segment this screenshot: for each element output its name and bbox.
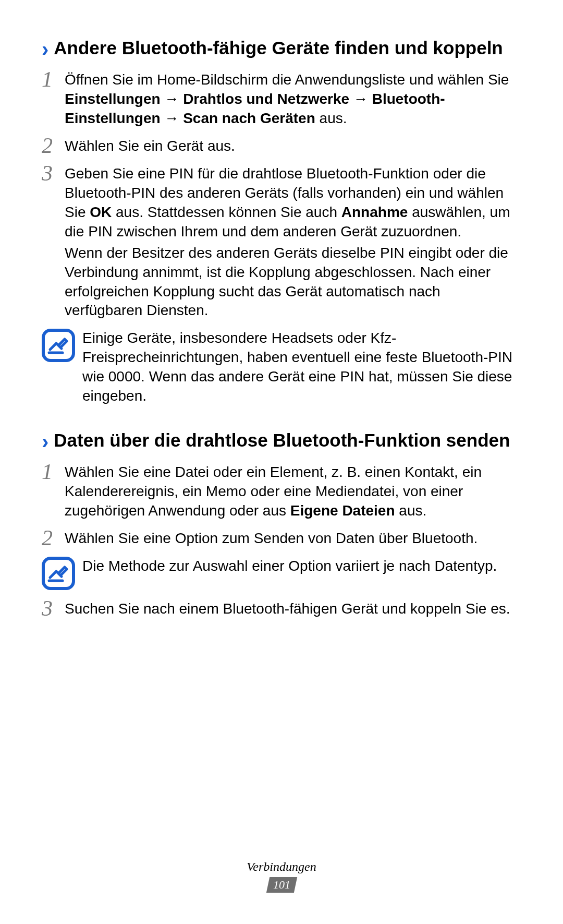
- bold-text: Scan nach Geräten: [183, 110, 315, 126]
- bold-text: Eigene Dateien: [290, 502, 395, 519]
- step-1-3: 3 Geben Sie eine PIN für die drahtlose B…: [42, 164, 521, 323]
- step-2-3: 3 Suchen Sie nach einem Bluetooth-fähige…: [42, 599, 521, 621]
- step-number: 1: [42, 68, 65, 90]
- chevron-icon: ›: [42, 38, 48, 61]
- step-number: 2: [42, 527, 65, 549]
- step-1-2: 2 Wählen Sie ein Gerät aus.: [42, 137, 521, 158]
- text: Öffnen Sie im Home-Bildschirm die Anwend…: [65, 71, 509, 88]
- note-text: Einige Geräte, insbesondere Headsets ode…: [82, 329, 521, 406]
- text: Suchen Sie nach einem Bluetooth-fähigen …: [65, 599, 521, 619]
- note-text: Die Methode zur Auswahl einer Option var…: [82, 557, 521, 576]
- manual-page: › Andere Bluetooth-fähige Geräte finden …: [0, 0, 563, 621]
- heading-text-1: Andere Bluetooth-fähige Geräte finden un…: [54, 37, 503, 59]
- page-footer: Verbindungen 101: [0, 860, 563, 893]
- chevron-icon: ›: [42, 430, 48, 453]
- bold-text: Drahtlos und Netzwerke: [183, 91, 349, 107]
- text: Wenn der Besitzer des anderen Geräts die…: [65, 244, 521, 321]
- note-icon: [42, 329, 75, 362]
- heading-text-2: Daten über die drahtlose Bluetooth-Funkt…: [54, 429, 510, 452]
- bold-text: Annahme: [341, 204, 408, 220]
- step-number: 3: [42, 162, 65, 184]
- note-icon: [42, 557, 75, 590]
- step-2-1: 1 Wählen Sie eine Datei oder ein Element…: [42, 463, 521, 523]
- step-number: 2: [42, 135, 65, 157]
- step-body: Suchen Sie nach einem Bluetooth-fähigen …: [65, 599, 521, 621]
- section-heading-1: › Andere Bluetooth-fähige Geräte finden …: [42, 37, 521, 61]
- page-number: 101: [266, 877, 297, 893]
- section-heading-2: › Daten über die drahtlose Bluetooth-Fun…: [42, 429, 521, 453]
- text: Wählen Sie ein Gerät aus.: [65, 137, 521, 156]
- text: aus.: [315, 110, 347, 126]
- bold-text: Einstellungen: [65, 91, 161, 107]
- step-body: Geben Sie eine PIN für die drahtlose Blu…: [65, 164, 521, 323]
- step-body: Wählen Sie ein Gerät aus.: [65, 137, 521, 158]
- note-box-2: Die Methode zur Auswahl einer Option var…: [42, 557, 521, 590]
- arrow: →: [161, 91, 183, 107]
- arrow: →: [349, 91, 372, 107]
- text: aus. Stattdessen können Sie auch: [112, 204, 341, 220]
- bold-text: OK: [90, 204, 112, 220]
- step-number: 3: [42, 597, 65, 619]
- step-body: Öffnen Sie im Home-Bildschirm die Anwend…: [65, 70, 521, 130]
- arrow: →: [161, 110, 183, 126]
- step-1-1: 1 Öffnen Sie im Home-Bildschirm die Anwe…: [42, 70, 521, 130]
- footer-section-label: Verbindungen: [0, 860, 563, 874]
- step-number: 1: [42, 461, 65, 483]
- text: aus.: [395, 502, 427, 519]
- text: Wählen Sie eine Option zum Senden von Da…: [65, 529, 521, 548]
- note-box-1: Einige Geräte, insbesondere Headsets ode…: [42, 329, 521, 406]
- step-2-2: 2 Wählen Sie eine Option zum Senden von …: [42, 529, 521, 550]
- step-body: Wählen Sie eine Datei oder ein Element, …: [65, 463, 521, 523]
- step-body: Wählen Sie eine Option zum Senden von Da…: [65, 529, 521, 550]
